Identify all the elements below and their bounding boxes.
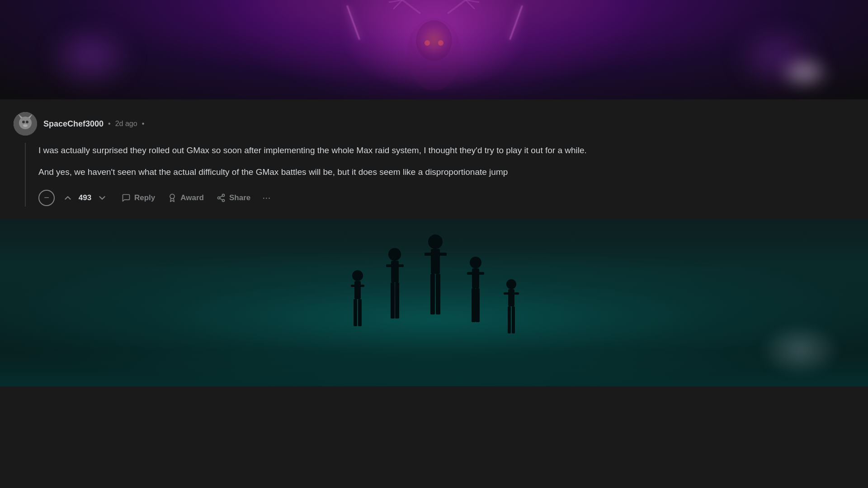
upvote-icon <box>63 193 73 203</box>
comment-paragraph-1: I was actually surprised they rolled out… <box>38 144 854 157</box>
svg-rect-24 <box>354 281 361 299</box>
svg-line-21 <box>220 198 222 200</box>
comment-content: I was actually surprised they rolled out… <box>38 143 854 206</box>
svg-rect-27 <box>354 299 357 326</box>
svg-point-23 <box>352 270 363 281</box>
timestamp: 2d ago <box>115 120 137 128</box>
more-icon: ··· <box>262 192 270 203</box>
collapse-button[interactable]: − <box>38 190 55 206</box>
svg-rect-36 <box>431 249 440 274</box>
reply-icon <box>122 193 131 202</box>
svg-point-29 <box>388 248 401 261</box>
svg-line-22 <box>220 196 222 197</box>
figure-1 <box>346 269 369 386</box>
figure-5 <box>501 278 522 386</box>
figures-container <box>0 219 868 386</box>
svg-rect-34 <box>395 282 399 319</box>
svg-point-11 <box>19 117 32 129</box>
svg-rect-46 <box>476 288 480 322</box>
share-icon <box>217 193 226 202</box>
username: SpaceChef3000 <box>43 119 104 129</box>
svg-point-15 <box>26 121 28 123</box>
svg-rect-28 <box>358 299 362 326</box>
comment-header: SpaceChef3000 • 2d ago • <box>14 112 854 136</box>
more-button[interactable]: ··· <box>258 189 275 206</box>
svg-rect-25 <box>351 285 356 287</box>
svg-rect-30 <box>391 261 399 282</box>
svg-line-3 <box>448 0 466 14</box>
downvote-icon <box>97 193 107 203</box>
svg-rect-40 <box>436 274 440 314</box>
svg-rect-50 <box>514 292 519 295</box>
vote-section: 493 <box>60 190 110 206</box>
comment-actions: − 493 <box>38 189 854 206</box>
share-button[interactable]: Share <box>211 191 256 205</box>
avatar-image <box>14 112 37 136</box>
svg-line-0 <box>402 0 420 14</box>
trailing-dot: • <box>142 120 145 128</box>
svg-point-8 <box>425 40 430 46</box>
award-icon <box>168 193 177 202</box>
svg-rect-44 <box>478 272 484 275</box>
comment-section: SpaceChef3000 • 2d ago • I was actually … <box>0 99 868 219</box>
svg-point-35 <box>428 235 443 249</box>
svg-rect-52 <box>512 306 515 333</box>
svg-point-14 <box>22 121 25 123</box>
award-button[interactable]: Award <box>162 191 209 205</box>
upvote-button[interactable] <box>60 190 75 206</box>
top-banner <box>0 0 868 99</box>
comment-body-wrapper: I was actually surprised they rolled out… <box>14 143 854 206</box>
award-label: Award <box>180 193 204 202</box>
figure-3 <box>421 233 450 386</box>
svg-rect-49 <box>504 292 509 295</box>
svg-rect-38 <box>439 253 447 256</box>
svg-point-47 <box>506 279 516 289</box>
minus-icon: − <box>44 192 49 203</box>
svg-rect-31 <box>386 264 392 267</box>
svg-rect-26 <box>359 285 364 287</box>
downvote-button[interactable] <box>94 190 110 206</box>
avatar <box>14 112 37 136</box>
svg-point-7 <box>416 20 452 61</box>
svg-rect-32 <box>398 264 404 267</box>
vote-count: 493 <box>78 193 92 202</box>
monster-svg <box>344 0 524 99</box>
svg-rect-48 <box>508 289 514 306</box>
white-glow <box>778 54 832 90</box>
username-row: SpaceChef3000 • 2d ago • <box>43 119 144 129</box>
comment-text: I was actually surprised they rolled out… <box>38 144 854 179</box>
svg-point-16 <box>23 124 28 127</box>
svg-rect-37 <box>425 253 432 256</box>
svg-rect-51 <box>508 306 511 333</box>
comment-paragraph-2: And yes, we haven't seen what the actual… <box>38 165 854 179</box>
svg-rect-42 <box>472 268 479 288</box>
bottom-banner <box>0 219 868 386</box>
thread-line <box>25 143 26 206</box>
svg-rect-45 <box>472 288 476 322</box>
figure-4 <box>464 255 487 386</box>
reply-button[interactable]: Reply <box>116 191 160 205</box>
share-label: Share <box>229 193 250 202</box>
svg-rect-33 <box>391 282 395 319</box>
dot-separator: • <box>108 120 111 128</box>
svg-point-41 <box>470 257 481 268</box>
svg-rect-39 <box>430 274 435 314</box>
purple-glow-left <box>45 23 136 90</box>
reply-label: Reply <box>134 193 155 202</box>
figure-2 <box>382 246 407 386</box>
svg-point-9 <box>438 40 443 46</box>
svg-rect-43 <box>467 272 473 275</box>
